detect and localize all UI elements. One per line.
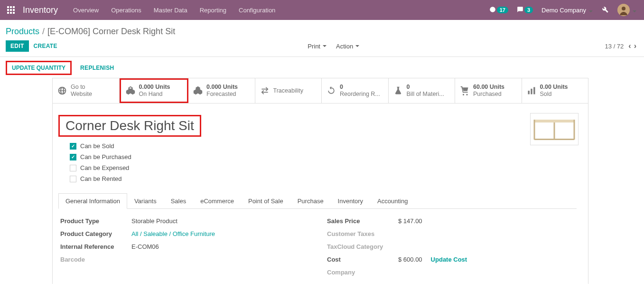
replenish-button[interactable]: REPLENISH (80, 61, 119, 75)
check-can-be-expensed[interactable]: Can be Expensed (70, 164, 577, 171)
pager-next[interactable]: › (634, 42, 636, 50)
stat-purchased[interactable]: 60.00 Units Purchased (455, 78, 522, 103)
label-customer-taxes: Customer Taxes (327, 230, 398, 237)
stat-on-hand[interactable]: 0.000 Units On Hand (120, 78, 189, 103)
svg-rect-2 (13, 6, 15, 8)
update-quantity-button[interactable]: UPDATE QUANTITY (6, 61, 72, 75)
value-internal-reference: E-COM06 (131, 243, 159, 250)
tab-purchase[interactable]: Purchase (290, 193, 331, 209)
label-sales-price: Sales Price (327, 217, 398, 225)
update-cost-button[interactable]: Update Cost (431, 256, 467, 263)
check-can-be-sold[interactable]: Can be Sold (70, 142, 577, 150)
control-bar: Products / [E-COM06] Corner Desk Right S… (0, 20, 644, 54)
option-checklist: Can be Sold Can be Purchased Can be Expe… (58, 142, 577, 182)
checkbox-icon (70, 143, 76, 150)
svg-rect-13 (533, 87, 535, 94)
stat-label: Bill of Materi... (407, 91, 444, 98)
tab-sales[interactable]: Sales (164, 193, 194, 209)
check-can-be-purchased[interactable]: Can be Purchased (70, 153, 577, 160)
stat-value: 60.00 Units (473, 84, 504, 91)
app-brand[interactable]: Inventory (18, 5, 67, 15)
breadcrumb: Products / [E-COM06] Corner Desk Right S… (6, 25, 636, 40)
flask-icon (392, 86, 404, 95)
tab-variants[interactable]: Variants (127, 193, 164, 209)
cubes-icon (192, 85, 204, 96)
stat-value: 0.000 Units (139, 84, 170, 91)
cubes-icon (125, 85, 136, 96)
user-menu[interactable] (617, 4, 636, 16)
company-name: Demo Company (541, 7, 586, 14)
breadcrumb-root[interactable]: Products (6, 27, 39, 37)
avatar (617, 4, 630, 16)
chevron-down-icon (632, 7, 636, 14)
topnav-master-data[interactable]: Master Data (148, 2, 193, 19)
svg-rect-6 (7, 12, 9, 14)
check-can-be-rented[interactable]: Can be Rented (70, 175, 577, 182)
label-product-type: Product Type (60, 217, 131, 225)
pager-value[interactable]: 13 / 72 (605, 43, 624, 50)
pager-prev[interactable]: ‹ (628, 42, 631, 50)
stat-label: On Hand (139, 91, 170, 98)
company-switcher[interactable]: Demo Company (541, 7, 593, 14)
globe-icon (56, 86, 68, 95)
create-button[interactable]: CREATE (29, 40, 62, 52)
value-product-type: Storable Product (131, 217, 177, 225)
print-dropdown[interactable]: Print (308, 43, 327, 50)
tab-general-information[interactable]: General Information (58, 193, 127, 209)
label-cost: Cost (327, 256, 398, 263)
label-barcode: Barcode (60, 256, 131, 263)
label-company: Company (327, 269, 398, 276)
svg-rect-8 (13, 12, 15, 14)
edit-button[interactable]: EDIT (6, 40, 29, 52)
field-col-left: Product TypeStorable Product Product Cat… (60, 217, 308, 276)
topnav: Overview Operations Master Data Reportin… (67, 2, 281, 19)
apps-icon[interactable] (4, 6, 18, 14)
content-scroll[interactable]: UPDATE QUANTITY REPLENISH Go to Website … (0, 57, 644, 284)
svg-rect-5 (13, 9, 15, 11)
exchange-icon (259, 86, 271, 95)
stat-reordering[interactable]: 0 Reordering R... (322, 78, 389, 103)
tab-point-of-sale[interactable]: Point of Sale (241, 193, 290, 209)
refresh-icon (326, 86, 337, 95)
tab-ecommerce[interactable]: eCommerce (193, 193, 241, 209)
stat-forecasted[interactable]: 0.000 Units Forecasted (188, 78, 255, 103)
topbar: Inventory Overview Operations Master Dat… (0, 0, 644, 20)
value-product-category[interactable]: All / Saleable / Office Furniture (131, 230, 215, 237)
label-internal-reference: Internal Reference (60, 243, 131, 250)
pager: 13 / 72 ‹ › (605, 42, 636, 50)
clock-icon (489, 6, 496, 14)
field-grid: Product TypeStorable Product Product Cat… (58, 209, 577, 276)
stat-label: Go to (71, 84, 92, 91)
svg-rect-15 (534, 139, 574, 140)
discuss-indicator[interactable]: 3 (517, 6, 533, 14)
stat-bar: Go to Website 0.000 Units On Hand 0.000 … (52, 78, 588, 104)
stat-sold[interactable]: 0.00 Units Sold (522, 78, 589, 103)
activity-count: 17 (497, 7, 508, 13)
topnav-operations[interactable]: Operations (105, 2, 147, 19)
breadcrumb-separator: / (42, 27, 45, 37)
stat-go-to-website[interactable]: Go to Website (53, 78, 120, 103)
tab-inventory[interactable]: Inventory (331, 193, 370, 209)
svg-rect-3 (7, 9, 9, 11)
stat-value: 0 (407, 84, 444, 91)
topbar-right: 17 3 Demo Company (489, 4, 640, 16)
svg-point-10 (622, 7, 625, 10)
tab-accounting[interactable]: Accounting (370, 193, 415, 209)
debug-icon[interactable] (601, 6, 609, 15)
stat-traceability[interactable]: Traceability (255, 78, 322, 103)
topnav-reporting[interactable]: Reporting (194, 2, 232, 19)
svg-rect-14 (534, 120, 574, 122)
bar-chart-icon (526, 86, 537, 95)
stat-bom[interactable]: 0 Bill of Materi... (389, 78, 456, 103)
value-sales-price: $ 147.00 (398, 217, 422, 225)
topnav-overview[interactable]: Overview (67, 2, 104, 19)
sheet-body: Corner Desk Right Sit Can be Sold Can be… (52, 104, 588, 284)
stat-label: Forecasted (206, 91, 238, 98)
activity-indicator[interactable]: 17 (489, 6, 508, 14)
topnav-configuration[interactable]: Configuration (233, 2, 281, 19)
svg-rect-0 (7, 6, 9, 8)
product-image[interactable] (530, 113, 579, 145)
action-dropdown[interactable]: Action (336, 43, 359, 50)
checkbox-icon (70, 165, 76, 171)
product-title: Corner Desk Right Sit (65, 118, 194, 133)
